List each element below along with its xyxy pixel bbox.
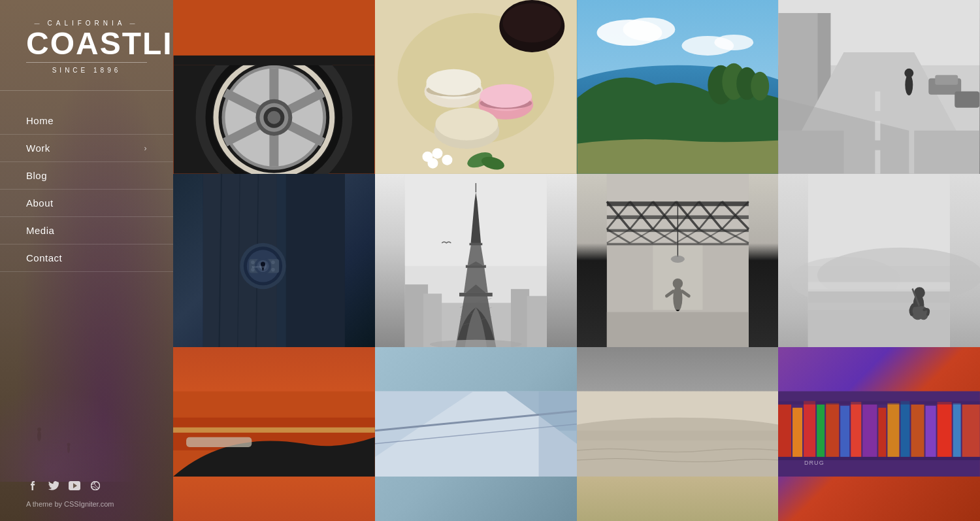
svg-rect-23 <box>174 0 375 59</box>
svg-rect-161 <box>538 392 576 477</box>
svg-rect-147 <box>808 282 950 291</box>
svg-rect-100 <box>469 243 482 245</box>
grid-item-door-bolt[interactable]: MORTICE <box>173 174 375 348</box>
logo-area: CALIFORNIA COASTLINE SINCE 1896 <box>0 0 173 91</box>
svg-rect-70 <box>875 150 881 174</box>
grid-item-car-wheel[interactable] <box>173 0 375 174</box>
svg-point-87 <box>271 260 275 264</box>
logo-coastline: COASTLINE <box>26 28 147 59</box>
nav-link-home[interactable]: Home <box>0 107 173 134</box>
svg-rect-99 <box>466 265 486 267</box>
svg-rect-174 <box>851 402 862 457</box>
photo-grid: MORTICE <box>173 0 980 521</box>
svg-rect-168 <box>778 405 791 457</box>
svg-point-36 <box>480 84 532 108</box>
svg-rect-96 <box>511 289 529 347</box>
grid-item-macarons[interactable] <box>375 0 577 174</box>
nav-item-work[interactable]: Work › <box>0 135 173 162</box>
svg-rect-185 <box>778 401 980 405</box>
social-icons <box>26 479 147 492</box>
svg-point-40 <box>432 148 442 159</box>
nav-link-blog[interactable]: Blog <box>0 162 173 189</box>
svg-point-38 <box>435 108 498 141</box>
svg-rect-97 <box>527 295 546 347</box>
svg-rect-171 <box>817 405 825 457</box>
nav-link-about[interactable]: About <box>0 190 173 216</box>
grid-item-eiffel-tower[interactable] <box>375 174 577 348</box>
svg-rect-69 <box>875 121 881 141</box>
svg-rect-173 <box>840 406 849 457</box>
grid-item-beach-coastal[interactable] <box>577 347 779 521</box>
svg-rect-179 <box>911 405 924 457</box>
grid-item-city-street[interactable] <box>778 0 980 174</box>
sidebar-content: CALIFORNIA COASTLINE SINCE 1896 Home Wor… <box>0 0 173 521</box>
nav-item-home[interactable]: Home <box>0 107 173 135</box>
grid-item-coastline[interactable] <box>577 0 779 174</box>
svg-rect-67 <box>955 92 979 108</box>
svg-point-48 <box>623 18 675 41</box>
facebook-icon[interactable] <box>26 479 39 492</box>
svg-rect-183 <box>962 405 980 457</box>
svg-point-41 <box>442 155 452 165</box>
svg-point-141 <box>670 255 684 262</box>
svg-rect-180 <box>926 406 936 457</box>
svg-rect-170 <box>804 401 815 457</box>
svg-point-50 <box>714 35 753 50</box>
sidebar: CALIFORNIA COASTLINE SINCE 1896 Home Wor… <box>0 0 173 521</box>
nav-link-contact[interactable]: Contact <box>0 244 173 271</box>
svg-text:MORTICE: MORTICE <box>252 265 265 268</box>
svg-rect-181 <box>938 402 952 457</box>
nav-item-contact[interactable]: Contact <box>0 244 173 272</box>
svg-point-86 <box>251 260 255 264</box>
svg-rect-136 <box>606 312 748 347</box>
svg-rect-177 <box>888 403 900 457</box>
svg-text:DRUG: DRUG <box>804 460 825 466</box>
svg-rect-175 <box>863 405 877 457</box>
svg-rect-68 <box>875 92 881 111</box>
sidebar-footer: A theme by CSSIgniter.com <box>0 466 173 521</box>
svg-rect-98 <box>459 292 493 296</box>
svg-rect-182 <box>953 403 961 457</box>
svg-rect-24 <box>174 56 375 65</box>
nav-link-work[interactable]: Work › <box>0 135 173 161</box>
svg-point-28 <box>502 3 561 42</box>
svg-rect-169 <box>792 408 802 457</box>
svg-rect-95 <box>423 294 442 347</box>
nav-item-about[interactable]: About <box>0 190 173 217</box>
grid-item-abstract-lines[interactable] <box>375 347 577 521</box>
grid-item-orange-partial[interactable] <box>173 347 375 521</box>
svg-point-56 <box>751 72 769 101</box>
nav-arrow-work: › <box>144 144 148 153</box>
grid-item-misty-landscape[interactable] <box>778 174 980 348</box>
svg-rect-154 <box>186 437 252 447</box>
nav-item-media[interactable]: Media <box>0 217 173 244</box>
svg-rect-153 <box>173 428 375 433</box>
main-nav: Home Work › Blog About <box>0 94 173 272</box>
twitter-icon[interactable] <box>47 479 60 492</box>
youtube-icon[interactable] <box>68 479 81 492</box>
nav-link-media[interactable]: Media <box>0 217 173 244</box>
svg-point-21 <box>267 111 280 124</box>
svg-point-42 <box>427 158 438 169</box>
logo-since: SINCE 1896 <box>26 62 147 74</box>
svg-point-32 <box>426 69 481 95</box>
svg-rect-172 <box>826 403 839 457</box>
svg-rect-176 <box>879 408 887 457</box>
svg-point-64 <box>905 69 914 78</box>
svg-rect-178 <box>901 401 910 457</box>
attribution-text: A theme by CSSIgniter.com <box>26 500 147 508</box>
nav-item-blog[interactable]: Blog <box>0 162 173 190</box>
svg-rect-66 <box>936 75 958 85</box>
svg-point-89 <box>271 267 275 271</box>
grid-item-bookshelf[interactable]: DRUG <box>778 347 980 521</box>
grid-item-industrial-silhouette[interactable] <box>577 174 779 348</box>
svg-rect-146 <box>808 289 950 347</box>
svg-rect-62 <box>915 131 980 174</box>
dribbble-icon[interactable] <box>89 479 102 492</box>
